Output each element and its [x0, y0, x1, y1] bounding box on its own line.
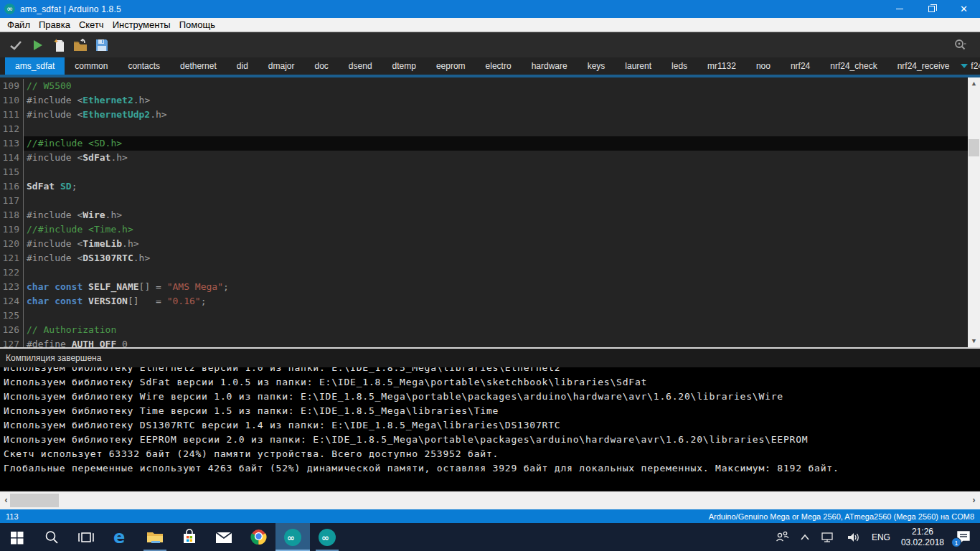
upload-button[interactable]: [27, 35, 47, 55]
horizontal-scroll-thumb[interactable]: [10, 494, 59, 507]
serial-monitor-button[interactable]: [950, 34, 970, 55]
code-text: //#include <SD.h>: [23, 136, 968, 151]
tab-hardware[interactable]: hardware: [522, 57, 578, 75]
tab-contacts[interactable]: contacts: [118, 57, 170, 75]
console-line: Используем библиотеку EEPROM версии 2.0 …: [4, 433, 980, 447]
console-line: Используем библиотеку Time версии 1.5 из…: [4, 404, 980, 418]
menu-item-Инструменты[interactable]: Инструменты: [108, 18, 175, 32]
code-line-117: 117: [0, 194, 968, 208]
tab-dethernet[interactable]: dethernet: [170, 57, 227, 75]
maximize-button[interactable]: [915, 0, 948, 18]
people-icon[interactable]: [769, 523, 795, 551]
save-button[interactable]: [92, 35, 112, 55]
code-line-115: 115: [0, 165, 968, 179]
hidden-icons-chevron-icon[interactable]: [795, 523, 815, 551]
console-line: Используем библиотеку Wire версии 1.0 из…: [4, 390, 980, 404]
line-number: 121: [0, 251, 23, 265]
verify-button[interactable]: [6, 35, 26, 55]
taskbar-start-button[interactable]: [0, 523, 34, 551]
code-line-121: 121#include <DS1307RTC.h>: [0, 251, 968, 265]
clock-date: 03.02.2018: [901, 537, 944, 547]
code-text: char const SELF_NAME[] = "AMS Mega";: [23, 280, 968, 294]
tab-doc[interactable]: doc: [305, 57, 339, 75]
action-center-icon[interactable]: 1: [950, 523, 977, 551]
toolbar: ✦: [0, 32, 980, 57]
taskbar-search-button[interactable]: [34, 523, 69, 551]
line-number: 126: [0, 323, 23, 337]
tab-ams_sdfat[interactable]: ams_sdfat: [5, 57, 65, 75]
line-number: 110: [0, 93, 23, 108]
console-line: Скетч использует 63332 байт (24%) памяти…: [4, 447, 980, 461]
code-line-109: 109// W5500: [0, 79, 968, 93]
menu-item-Помощь[interactable]: Помощь: [175, 18, 220, 32]
new-sketch-button[interactable]: ✦: [49, 35, 69, 55]
clock[interactable]: 21:26 03.02.2018: [895, 527, 950, 548]
tab-common[interactable]: common: [65, 57, 118, 75]
network-icon[interactable]: [815, 523, 841, 551]
menu-item-Скетч[interactable]: Скетч: [75, 18, 108, 32]
tab-eeprom[interactable]: eeprom: [426, 57, 476, 75]
code-line-112: 112: [0, 122, 968, 136]
tab-did[interactable]: did: [227, 57, 258, 75]
scroll-right-icon[interactable]: ›: [968, 491, 980, 509]
volume-icon[interactable]: [841, 523, 867, 551]
minimize-button[interactable]: [883, 0, 915, 18]
code-editor[interactable]: 109// W5500110#include <Ethernet2.h>111#…: [0, 77, 980, 347]
menu-item-Файл[interactable]: Файл: [3, 18, 34, 32]
edge-icon: e: [111, 528, 130, 547]
tab-electro[interactable]: electro: [476, 57, 522, 75]
code-line-110: 110#include <Ethernet2.h>: [0, 93, 968, 108]
line-number: 118: [0, 208, 23, 222]
taskbar-store-button[interactable]: [172, 523, 207, 551]
minimize-icon: [896, 9, 903, 9]
code-text: #define AUTH_OFF 0: [23, 337, 968, 347]
clock-time: 21:26: [912, 527, 933, 537]
code-line-122: 122: [0, 265, 968, 280]
menu-item-Правка[interactable]: Правка: [34, 18, 75, 32]
tab-dmajor[interactable]: dmajor: [258, 57, 305, 75]
console-horizontal-scrollbar[interactable]: ‹ ›: [0, 491, 980, 509]
tab-leds[interactable]: leds: [661, 57, 697, 75]
taskbar-file-explorer-button[interactable]: [138, 523, 172, 551]
tab-noo[interactable]: noo: [746, 57, 781, 75]
tab-nrf24[interactable]: nrf24: [781, 57, 820, 75]
console-line: Используем библиотеку DS1307RTC версии 1…: [4, 418, 980, 433]
tab-strip: ams_sdfatcommoncontactsdethernetdiddmajo…: [0, 57, 980, 77]
tab-nrf24_receive[interactable]: nrf24_receive: [887, 57, 960, 75]
taskbar-task-view-button[interactable]: [69, 523, 103, 551]
tab-keys[interactable]: keys: [578, 57, 616, 75]
taskbar-chrome-button[interactable]: [241, 523, 275, 551]
taskbar-edge-button[interactable]: e: [103, 523, 138, 551]
code-line-119: 119//#include <Time.h>: [0, 222, 968, 237]
code-text: // Authorization: [23, 323, 968, 337]
code-text: [23, 194, 968, 208]
tab-mr1132[interactable]: mr1132: [697, 57, 746, 75]
console-line: Используем библиотеку SdFat версии 1.0.5…: [4, 375, 980, 390]
tab-nrf24_check[interactable]: nrf24_check: [820, 57, 887, 75]
taskbar-arduino-button[interactable]: ∞: [310, 523, 344, 551]
code-line-125: 125: [0, 309, 968, 323]
code-line-114: 114#include <SdFat.h>: [0, 151, 968, 165]
mail-icon: [215, 530, 233, 545]
line-number: 117: [0, 194, 23, 208]
line-number: 127: [0, 337, 23, 347]
editor-vertical-scrollbar[interactable]: ▲ ▼: [968, 77, 980, 347]
scroll-up-icon[interactable]: ▲: [968, 77, 980, 90]
open-sketch-button[interactable]: [70, 35, 90, 55]
line-number: 114: [0, 151, 23, 165]
close-button[interactable]: ✕: [948, 0, 980, 18]
svg-text:∞: ∞: [287, 532, 295, 542]
arduino-icon: ∞: [318, 528, 336, 547]
line-number: 125: [0, 309, 23, 323]
scroll-down-icon[interactable]: ▼: [968, 335, 980, 347]
tab-overflow-dropdown[interactable]: f24_: [961, 57, 980, 75]
vertical-scroll-thumb[interactable]: [969, 139, 979, 156]
tab-dsend[interactable]: dsend: [339, 57, 382, 75]
taskbar-arduino-button[interactable]: ∞: [275, 523, 310, 551]
tab-dtemp[interactable]: dtemp: [382, 57, 426, 75]
code-text: #include <DS1307RTC.h>: [23, 251, 968, 265]
language-indicator[interactable]: ENG: [867, 523, 895, 551]
window-controls: ✕: [883, 0, 980, 18]
tab-laurent[interactable]: laurent: [615, 57, 661, 75]
taskbar-mail-button[interactable]: [207, 523, 241, 551]
